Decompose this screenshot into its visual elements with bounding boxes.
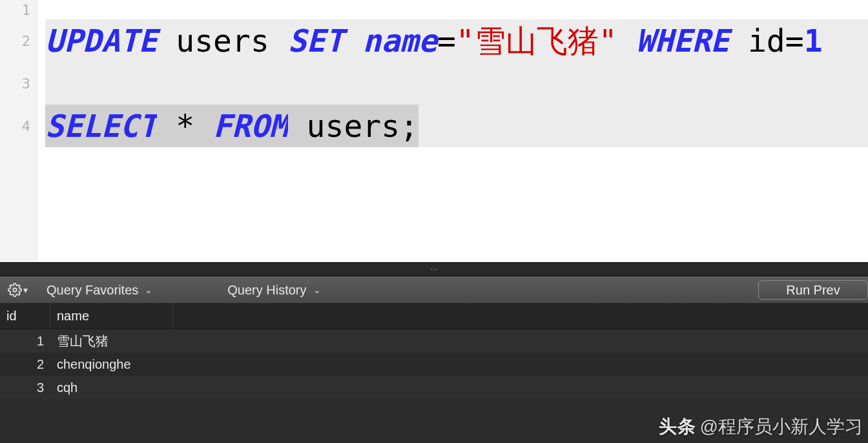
token-kw: FROM: [213, 105, 288, 147]
column-header-id[interactable]: id: [0, 304, 50, 329]
chevron-down-icon: ⌄: [145, 285, 152, 295]
token-sp: [194, 105, 213, 147]
line-number: 2: [0, 19, 37, 62]
query-history-dropdown[interactable]: Query History ⌄: [176, 277, 344, 303]
token-ident: users: [307, 105, 400, 147]
token-punct: *: [176, 105, 194, 147]
chevron-down-icon: ⌄: [313, 285, 321, 295]
code-line[interactable]: [45, 0, 868, 19]
code-line[interactable]: UPDATE users SET name="雪山飞猪" WHERE id=1: [45, 19, 868, 62]
grip-icon: ⋯: [430, 265, 438, 274]
token-sp: [157, 105, 176, 147]
token-ident: id: [748, 19, 785, 62]
token-sp: [344, 19, 362, 62]
token-sp: [729, 19, 748, 62]
cell-id: 3: [0, 380, 50, 395]
cell-id: 2: [0, 357, 50, 372]
results-body: 1雪山飞猪2chenqionghe3cqh: [0, 329, 868, 399]
code-line[interactable]: [45, 62, 868, 105]
table-row[interactable]: 3cqh: [0, 376, 868, 399]
gear-icon: [8, 283, 22, 297]
code-area[interactable]: UPDATE users SET name="雪山飞猪" WHERE id=1S…: [37, 0, 868, 262]
results-pane: id name 1雪山飞猪2chenqionghe3cqh: [0, 304, 868, 443]
svg-point-0: [13, 288, 17, 292]
query-history-label: Query History: [227, 283, 306, 298]
cell-name: chenqionghe: [50, 357, 868, 372]
token-punct: =: [437, 19, 456, 62]
run-button-label: Run Prev: [786, 283, 840, 298]
token-kw: SET: [288, 19, 344, 62]
column-header-spacer: [173, 304, 868, 329]
pane-splitter[interactable]: ⋯: [0, 262, 868, 276]
token-ident: users: [176, 19, 269, 62]
line-number: 4: [0, 105, 37, 147]
token-num: 1: [804, 19, 823, 62]
settings-button[interactable]: ▾: [0, 277, 35, 303]
token-sp: [288, 105, 307, 147]
line-number: 1: [0, 0, 37, 19]
cell-name: cqh: [50, 380, 868, 395]
table-row[interactable]: 1雪山飞猪: [0, 329, 868, 353]
token-kw: name: [362, 19, 437, 62]
token-kw: UPDATE: [45, 19, 157, 62]
results-header-row: id name: [0, 304, 868, 329]
line-number: 3: [0, 62, 37, 105]
token-punct: =: [785, 19, 804, 62]
column-header-name[interactable]: name: [50, 304, 173, 329]
token-sp: [269, 19, 288, 62]
code-line[interactable]: SELECT * FROM users;: [45, 105, 868, 147]
cell-name: 雪山飞猪: [50, 333, 868, 350]
token-sp: [617, 19, 636, 62]
run-previous-button[interactable]: Run Prev: [758, 280, 868, 300]
token-sp: [157, 19, 176, 62]
query-toolbar: ▾ Query Favorites ⌄ Query History ⌄ Run …: [0, 276, 868, 304]
token-str: "雪山飞猪": [456, 19, 617, 62]
token-punct: ;: [400, 105, 418, 147]
token-kw: WHERE: [636, 19, 730, 62]
query-favorites-dropdown[interactable]: Query Favorites ⌄: [35, 277, 176, 303]
sql-editor[interactable]: 1234 UPDATE users SET name="雪山飞猪" WHERE …: [0, 0, 868, 262]
table-row[interactable]: 2chenqionghe: [0, 353, 868, 376]
token-kw: SELECT: [45, 105, 157, 147]
line-number-gutter: 1234: [0, 0, 37, 262]
chevron-down-icon: ▾: [23, 285, 28, 295]
query-favorites-label: Query Favorites: [46, 283, 138, 298]
cell-id: 1: [0, 334, 50, 349]
